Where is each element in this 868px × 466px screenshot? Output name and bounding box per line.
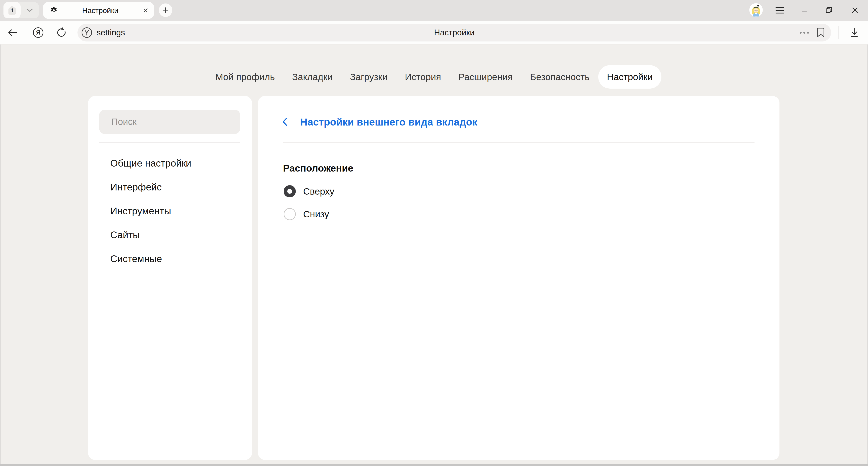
sidebar-item-general[interactable]: Общие настройки: [88, 151, 252, 175]
browser-window: 1 Настройки: [0, 0, 868, 466]
sidebar-section-list: Общие настройки Интерфейс Инструменты Са…: [88, 151, 252, 271]
radio-option-bottom[interactable]: Снизу: [284, 206, 329, 222]
restore-button[interactable]: [823, 4, 835, 17]
nav-tab-settings[interactable]: Настройки: [598, 65, 661, 89]
radio-label: Сверху: [303, 186, 334, 197]
sidebar-item-tools[interactable]: Инструменты: [88, 199, 252, 223]
section-title: Расположение: [283, 162, 353, 175]
browser-tab-settings[interactable]: Настройки: [43, 2, 154, 19]
refresh-button[interactable]: [55, 26, 68, 39]
settings-nav-tabs: Мой профиль Закладки Загрузки История Ра…: [0, 65, 868, 89]
gear-icon: [50, 6, 58, 15]
nav-tab-security[interactable]: Безопасность: [522, 65, 598, 89]
yandex-logo-icon: Я: [33, 27, 43, 38]
tab-counter-value: 1: [10, 7, 13, 13]
nav-tab-downloads[interactable]: Загрузки: [341, 65, 396, 89]
radio-selected-icon[interactable]: [284, 185, 296, 197]
tab-list-dropdown-button[interactable]: [21, 8, 39, 12]
address-bar: Я settings Настройки: [0, 21, 868, 45]
minimize-icon: [801, 6, 808, 14]
radio-label: Снизу: [303, 209, 329, 220]
chevron-left-icon: [282, 117, 287, 126]
back-chevron-button[interactable]: [282, 116, 290, 127]
download-icon: [849, 27, 859, 38]
tab-bar: 1 Настройки: [0, 0, 868, 21]
avatar-girl-illustration: [749, 3, 763, 17]
tab-counter-button[interactable]: 1: [3, 2, 21, 18]
toolbar-divider: [838, 26, 838, 39]
yandex-home-button[interactable]: Я: [32, 26, 45, 39]
sidebar-item-interface[interactable]: Интерфейс: [88, 175, 252, 199]
bookmark-icon: [816, 27, 825, 38]
settings-panel: Настройки внешнего вида вкладок Располож…: [258, 96, 779, 460]
nav-tab-bookmarks[interactable]: Закладки: [284, 65, 341, 89]
sidebar-search-input[interactable]: [99, 110, 240, 134]
tab-close-button[interactable]: [142, 7, 149, 14]
nav-tab-history[interactable]: История: [396, 65, 450, 89]
profile-avatar[interactable]: [749, 3, 763, 17]
tab-shield-icon: 1: [8, 5, 17, 15]
tab-group-pill: 1: [3, 2, 39, 18]
close-icon: [851, 6, 859, 14]
sidebar-item-sites[interactable]: Сайты: [88, 223, 252, 247]
sidebar-divider: [99, 142, 240, 143]
address-page-title: Настройки: [78, 24, 831, 41]
panel-header[interactable]: Настройки внешнего вида вкладок: [282, 115, 477, 128]
bookmark-button[interactable]: [815, 24, 826, 41]
downloads-button[interactable]: [848, 26, 861, 39]
hamburger-icon: [776, 7, 784, 8]
settings-sidebar: Общие настройки Интерфейс Инструменты Са…: [88, 96, 252, 460]
chevron-down-icon: [27, 8, 33, 12]
menu-button[interactable]: [773, 4, 786, 17]
nav-tab-extensions[interactable]: Расширения: [450, 65, 521, 89]
window-bottom-edge: [0, 464, 868, 466]
panel-divider: [283, 142, 754, 143]
tab-title: Настройки: [58, 6, 142, 15]
back-button[interactable]: [6, 26, 19, 39]
url-bar[interactable]: settings Настройки: [78, 24, 831, 41]
nav-tab-profile[interactable]: Мой профиль: [207, 65, 283, 89]
close-icon: [143, 8, 148, 13]
restore-icon: [825, 6, 833, 14]
sidebar-item-system[interactable]: Системные: [88, 247, 252, 271]
radio-option-top[interactable]: Сверху: [284, 184, 334, 199]
settings-page: Мой профиль Закладки Загрузки История Ра…: [0, 45, 868, 464]
minimize-button[interactable]: [798, 4, 811, 17]
new-tab-button[interactable]: [159, 3, 172, 17]
refresh-icon: [56, 27, 67, 38]
close-window-button[interactable]: [848, 4, 862, 17]
page-title[interactable]: Настройки внешнего вида вкладок: [300, 116, 477, 128]
radio-unselected-icon[interactable]: [284, 208, 296, 220]
arrow-left-icon: [8, 29, 18, 36]
ellipsis-icon: [800, 32, 802, 34]
plus-icon: [162, 6, 169, 14]
more-actions-button[interactable]: [798, 24, 810, 41]
